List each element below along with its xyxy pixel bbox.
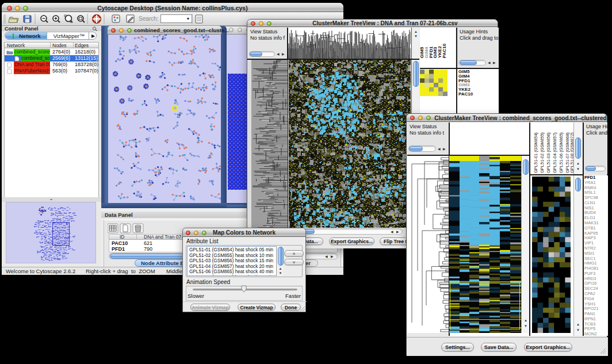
svg-text:GPL51-02 (GSM855): GPL51-02 (GSM855) — [540, 132, 545, 173]
svg-text:GPL51-04 (GSM857): GPL51-04 (GSM857) — [552, 132, 557, 173]
svg-text:GPL51-01 (GSM854): GPL51-01 (GSM854) — [533, 132, 538, 173]
svg-text:GPL51-03 (GSM856): GPL51-03 (GSM856) — [546, 132, 551, 173]
svg-text:PAC10: PAC10 — [442, 43, 447, 58]
svg-text:GPL51-06 (GSM865): GPL51-06 (GSM865) — [559, 132, 564, 173]
svg-text:GPL51-08 (GSM872): GPL51-08 (GSM872) — [569, 132, 573, 173]
